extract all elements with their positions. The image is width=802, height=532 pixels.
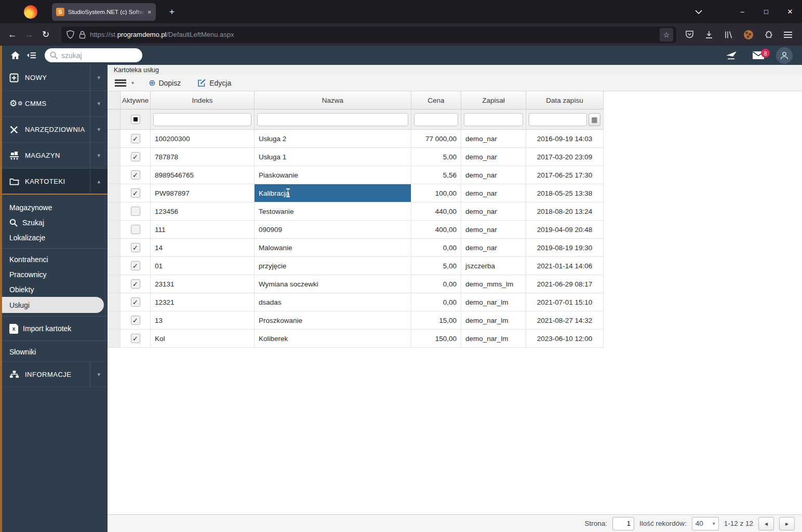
row-savedat-cell[interactable]: 2021-07-01 15:10 — [526, 293, 604, 311]
chevron-down-icon[interactable]: ▾ — [90, 91, 108, 116]
row-savedby-cell[interactable]: demo_nar — [461, 202, 526, 221]
row-savedby-cell[interactable]: demo_nar — [461, 166, 526, 184]
row-index-cell[interactable]: 13 — [151, 311, 255, 330]
submenu-item-obiekty[interactable]: Obiekty — [2, 282, 108, 297]
records-select[interactable]: 40 ▾ — [692, 517, 719, 530]
row-price-cell[interactable]: 100,00 — [411, 184, 461, 202]
row-name-cell[interactable]: 090909 — [255, 221, 411, 239]
row-savedat-cell[interactable]: 2018-05-25 13:38 — [526, 184, 604, 202]
row-savedat-cell[interactable]: 2019-08-19 19:30 — [526, 239, 604, 257]
chevron-down-icon[interactable]: ▾ — [90, 143, 108, 168]
column-header-data-zapisu[interactable]: Data zapisu — [526, 91, 604, 110]
maximize-button[interactable]: □ — [754, 0, 778, 23]
next-page-button[interactable]: ▸ — [779, 517, 795, 530]
browser-tab[interactable]: S StudioSystem.NET (c) SoftwareS ✕ — [52, 3, 156, 21]
column-header-aktywne[interactable]: Aktywne — [121, 91, 151, 110]
row-savedby-cell[interactable]: demo_nar — [461, 130, 526, 148]
column-header-indeks[interactable]: Indeks — [151, 91, 255, 110]
filter-active-checkbox[interactable] — [131, 115, 140, 124]
row-savedat-cell[interactable]: 2023-06-10 12:00 — [526, 330, 604, 348]
row-name-cell[interactable]: Usługa 1 — [255, 148, 411, 166]
row-price-cell[interactable]: 440,00 — [411, 202, 461, 221]
row-name-cell[interactable]: Koliberek — [255, 330, 411, 348]
row-price-cell[interactable]: 5,00 — [411, 148, 461, 166]
lock-icon[interactable] — [79, 31, 86, 39]
sidebar-item-cmms[interactable]: ⚙⚙ CMMS ▾ — [2, 91, 108, 117]
grid-menu-icon[interactable] — [115, 79, 126, 87]
downloads-icon[interactable] — [701, 26, 717, 43]
row-savedat-cell[interactable]: 2017-06-25 17:30 — [526, 166, 604, 184]
chevron-down-icon[interactable]: ▾ — [90, 117, 108, 142]
row-price-cell[interactable]: 5,56 — [411, 166, 461, 184]
column-header-nazwa[interactable]: Nazwa — [255, 91, 411, 110]
row-index-cell[interactable]: 100200300 — [151, 130, 255, 148]
row-savedby-cell[interactable]: jszczerba — [461, 257, 526, 275]
extensions-puzzle-icon[interactable] — [760, 26, 776, 43]
row-name-cell[interactable]: Wymiana soczewki — [255, 275, 411, 293]
back-button[interactable]: ← — [4, 26, 21, 43]
row-index-cell[interactable]: PW987897 — [151, 184, 255, 202]
submenu-item-kontrahenci[interactable]: Kontrahenci — [2, 252, 108, 267]
row-price-cell[interactable]: 15,00 — [411, 311, 461, 330]
row-savedby-cell[interactable]: demo_mms_lm — [461, 275, 526, 293]
row-price-cell[interactable]: 400,00 — [411, 221, 461, 239]
prev-page-button[interactable]: ◂ — [758, 517, 774, 530]
row-index-cell[interactable]: 111 — [151, 221, 255, 239]
reload-button[interactable]: ↻ — [37, 26, 54, 43]
search-input[interactable] — [61, 51, 124, 60]
chevron-down-icon[interactable]: ▾ — [90, 65, 108, 90]
edycja-button[interactable]: Edycja — [197, 78, 231, 87]
row-index-cell[interactable]: 8989546765 — [151, 166, 255, 184]
library-icon[interactable] — [721, 26, 737, 43]
row-index-cell[interactable]: 23131 — [151, 275, 255, 293]
row-index-cell[interactable]: 14 — [151, 239, 255, 257]
sidebar-item-magazyn[interactable]: MAGAZYN ▾ — [2, 143, 108, 169]
filter-cena-input[interactable] — [414, 113, 458, 126]
row-savedat-cell[interactable]: 2017-03-20 23:09 — [526, 148, 604, 166]
row-name-cell[interactable]: Piaskowanie — [255, 166, 411, 184]
submenu-item-magazynowe[interactable]: Magazynowe — [2, 200, 108, 215]
filter-zapisal-input[interactable] — [464, 113, 523, 126]
row-active-checkbox[interactable] — [131, 225, 140, 234]
row-name-cell[interactable]: przyjęcie — [255, 257, 411, 275]
messages-button[interactable]: 8 — [752, 51, 765, 60]
row-savedby-cell[interactable]: demo_nar_lm — [461, 330, 526, 348]
cookie-extension-icon[interactable] — [741, 26, 756, 43]
submenu-item-szukaj[interactable]: Szukaj — [2, 215, 108, 230]
minimize-button[interactable]: – — [730, 0, 754, 23]
row-active-checkbox[interactable]: ✓ — [131, 152, 140, 161]
sidebar-item-nowy[interactable]: NOWY ▾ — [2, 65, 108, 91]
chevron-up-icon[interactable]: ▴ — [90, 169, 108, 194]
row-price-cell[interactable]: 77 000,00 — [411, 130, 461, 148]
row-savedby-cell[interactable]: demo_nar_lm — [461, 293, 526, 311]
row-savedby-cell[interactable]: demo_nar — [461, 221, 526, 239]
row-name-cell[interactable]: Testowanie — [255, 202, 411, 221]
column-header-zapisal[interactable]: Zapisał — [461, 91, 526, 110]
tab-close-icon[interactable]: ✕ — [148, 9, 152, 15]
close-button[interactable]: ✕ — [778, 0, 802, 23]
submenu-item-lokalizacje[interactable]: Lokalizacje — [2, 230, 108, 245]
row-price-cell[interactable]: 0,00 — [411, 239, 461, 257]
row-savedat-cell[interactable]: 2021-01-14 14:06 — [526, 257, 604, 275]
row-active-checkbox[interactable] — [131, 207, 140, 216]
row-active-checkbox[interactable]: ✓ — [131, 170, 140, 180]
row-active-checkbox[interactable]: ✓ — [131, 134, 140, 143]
row-active-checkbox[interactable]: ✓ — [131, 334, 140, 343]
row-active-checkbox[interactable]: ✓ — [131, 188, 140, 198]
sidebar-item-informacje[interactable]: INFORMACJE ▾ — [2, 361, 108, 387]
url-bar[interactable]: https://st.programdemo.pl/DefaultLeftMen… — [61, 26, 676, 43]
row-name-cell[interactable]: dsadas — [255, 293, 411, 311]
row-active-checkbox[interactable]: ✓ — [131, 316, 140, 325]
row-index-cell[interactable]: Kol — [151, 330, 255, 348]
row-index-cell[interactable]: 787878 — [151, 148, 255, 166]
user-account-button[interactable] — [776, 47, 793, 64]
calendar-icon[interactable]: ▦ — [589, 113, 600, 126]
row-savedat-cell[interactable]: 2016-09-19 14:03 — [526, 130, 604, 148]
filter-nazwa-input[interactable] — [257, 113, 408, 126]
row-price-cell[interactable]: 5,00 — [411, 257, 461, 275]
row-active-checkbox[interactable]: ✓ — [131, 297, 140, 307]
forward-button[interactable]: → — [21, 26, 37, 43]
row-price-cell[interactable]: 0,00 — [411, 293, 461, 311]
menu-hamburger-icon[interactable] — [780, 26, 796, 43]
row-savedat-cell[interactable]: 2018-08-20 13:24 — [526, 202, 604, 221]
